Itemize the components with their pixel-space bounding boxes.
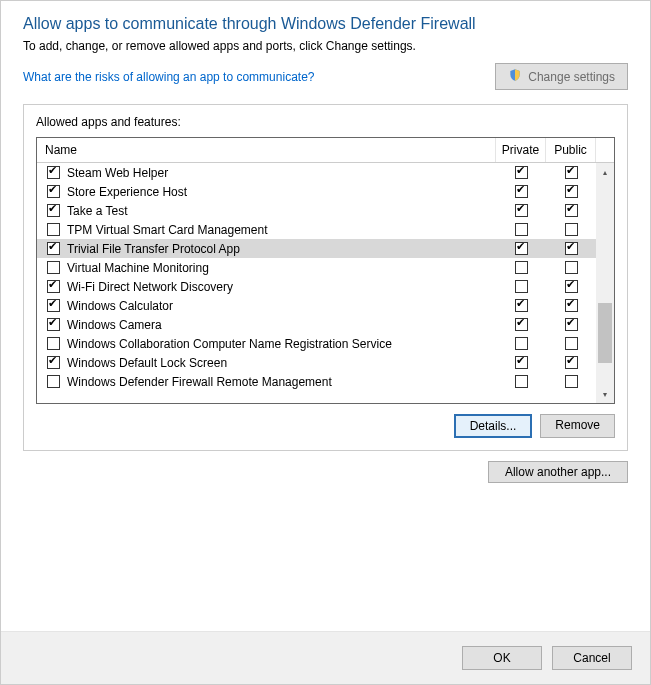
table-row[interactable]: Virtual Machine Monitoring — [37, 258, 614, 277]
page-subtitle: To add, change, or remove allowed apps a… — [23, 39, 628, 53]
allowed-checkbox[interactable] — [47, 356, 60, 369]
app-name-label: Windows Camera — [67, 318, 162, 332]
public-checkbox[interactable] — [565, 242, 578, 255]
scrollbar[interactable]: ▴ ▾ — [596, 163, 614, 403]
list-body: Steam Web HelperStore Experience HostTak… — [37, 163, 614, 403]
private-checkbox[interactable] — [515, 356, 528, 369]
allow-another-row: Allow another app... — [1, 451, 650, 493]
details-button[interactable]: Details... — [454, 414, 533, 438]
footer: OK Cancel — [1, 631, 650, 684]
page-title: Allow apps to communicate through Window… — [23, 15, 628, 33]
allowed-checkbox[interactable] — [47, 261, 60, 274]
table-row[interactable]: Windows Default Lock Screen — [37, 353, 614, 372]
private-checkbox[interactable] — [515, 166, 528, 179]
allowed-checkbox[interactable] — [47, 242, 60, 255]
col-header-public[interactable]: Public — [546, 138, 596, 162]
app-name-label: TPM Virtual Smart Card Management — [67, 223, 268, 237]
app-name-label: Wi-Fi Direct Network Discovery — [67, 280, 233, 294]
header: Allow apps to communicate through Window… — [1, 1, 650, 98]
public-checkbox[interactable] — [565, 185, 578, 198]
change-settings-button[interactable]: Change settings — [495, 63, 628, 90]
allowed-checkbox[interactable] — [47, 166, 60, 179]
panel-label: Allowed apps and features: — [36, 115, 615, 129]
list-header: Name Private Public — [37, 138, 614, 163]
public-checkbox[interactable] — [565, 166, 578, 179]
risks-link[interactable]: What are the risks of allowing an app to… — [23, 70, 314, 84]
public-checkbox[interactable] — [565, 223, 578, 236]
allowed-checkbox[interactable] — [47, 318, 60, 331]
allow-another-app-button[interactable]: Allow another app... — [488, 461, 628, 483]
app-name-label: Trivial File Transfer Protocol App — [67, 242, 240, 256]
allowed-checkbox[interactable] — [47, 375, 60, 388]
private-checkbox[interactable] — [515, 375, 528, 388]
app-name-label: Windows Calculator — [67, 299, 173, 313]
table-row[interactable]: TPM Virtual Smart Card Management — [37, 220, 614, 239]
table-row[interactable]: Trivial File Transfer Protocol App — [37, 239, 614, 258]
table-row[interactable]: Steam Web Helper — [37, 163, 614, 182]
private-checkbox[interactable] — [515, 185, 528, 198]
col-header-name[interactable]: Name — [37, 138, 496, 162]
table-row[interactable]: Windows Calculator — [37, 296, 614, 315]
col-header-private[interactable]: Private — [496, 138, 546, 162]
scroll-down-icon[interactable]: ▾ — [596, 385, 614, 403]
table-row[interactable]: Windows Camera — [37, 315, 614, 334]
private-checkbox[interactable] — [515, 261, 528, 274]
allowed-checkbox[interactable] — [47, 223, 60, 236]
table-row[interactable]: Windows Defender Firewall Remote Managem… — [37, 372, 614, 391]
col-header-scroll — [596, 138, 614, 162]
allowed-apps-panel: Allowed apps and features: Name Private … — [23, 104, 628, 451]
allowed-checkbox[interactable] — [47, 337, 60, 350]
public-checkbox[interactable] — [565, 356, 578, 369]
allowed-checkbox[interactable] — [47, 299, 60, 312]
public-checkbox[interactable] — [565, 375, 578, 388]
app-name-label: Take a Test — [67, 204, 127, 218]
spacer — [1, 493, 650, 631]
private-checkbox[interactable] — [515, 242, 528, 255]
table-row[interactable]: Wi-Fi Direct Network Discovery — [37, 277, 614, 296]
allowed-checkbox[interactable] — [47, 185, 60, 198]
shield-icon — [508, 68, 522, 85]
allowed-checkbox[interactable] — [47, 280, 60, 293]
table-row[interactable]: Windows Collaboration Computer Name Regi… — [37, 334, 614, 353]
scroll-thumb[interactable] — [598, 303, 612, 363]
allowed-checkbox[interactable] — [47, 204, 60, 217]
change-settings-label: Change settings — [528, 70, 615, 84]
private-checkbox[interactable] — [515, 280, 528, 293]
table-row[interactable]: Store Experience Host — [37, 182, 614, 201]
ok-button[interactable]: OK — [462, 646, 542, 670]
private-checkbox[interactable] — [515, 337, 528, 350]
scroll-up-icon[interactable]: ▴ — [596, 163, 614, 181]
app-name-label: Steam Web Helper — [67, 166, 168, 180]
public-checkbox[interactable] — [565, 318, 578, 331]
app-name-label: Virtual Machine Monitoring — [67, 261, 209, 275]
cancel-button[interactable]: Cancel — [552, 646, 632, 670]
public-checkbox[interactable] — [565, 337, 578, 350]
private-checkbox[interactable] — [515, 223, 528, 236]
public-checkbox[interactable] — [565, 280, 578, 293]
remove-button[interactable]: Remove — [540, 414, 615, 438]
public-checkbox[interactable] — [565, 261, 578, 274]
app-name-label: Windows Default Lock Screen — [67, 356, 227, 370]
app-name-label: Windows Collaboration Computer Name Regi… — [67, 337, 392, 351]
private-checkbox[interactable] — [515, 204, 528, 217]
public-checkbox[interactable] — [565, 299, 578, 312]
apps-list: Name Private Public Steam Web HelperStor… — [36, 137, 615, 404]
panel-buttons: Details... Remove — [36, 414, 615, 438]
private-checkbox[interactable] — [515, 318, 528, 331]
public-checkbox[interactable] — [565, 204, 578, 217]
firewall-allowed-apps-window: Allow apps to communicate through Window… — [0, 0, 651, 685]
app-name-label: Windows Defender Firewall Remote Managem… — [67, 375, 332, 389]
private-checkbox[interactable] — [515, 299, 528, 312]
app-name-label: Store Experience Host — [67, 185, 187, 199]
table-row[interactable]: Take a Test — [37, 201, 614, 220]
